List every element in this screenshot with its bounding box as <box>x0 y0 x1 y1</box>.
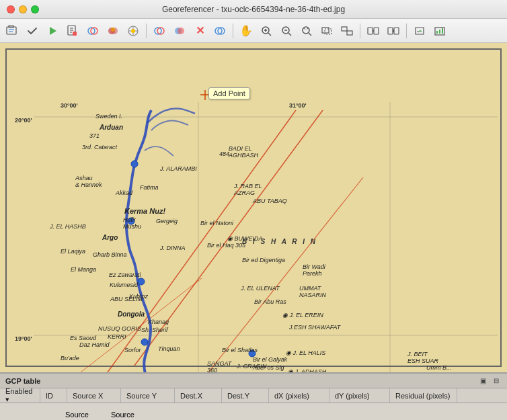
city-hafir: Hafir <box>123 216 136 223</box>
col-dx-header[interactable]: dX (pixels) <box>269 388 329 403</box>
label-birwadi: Bir Wadi <box>303 263 325 270</box>
close-button[interactable] <box>7 5 15 13</box>
city-sweeden: Sweden I. <box>95 113 122 120</box>
city-cataract: 3rd. Cataract <box>82 144 117 151</box>
open-raster-button[interactable] <box>3 22 22 40</box>
link-btn-2[interactable] <box>384 22 403 40</box>
zoom-fit-button[interactable] <box>297 22 316 40</box>
settings-btn-2[interactable] <box>104 22 122 40</box>
city-dazhamid: Daz Hamid <box>79 341 110 348</box>
separator-2 <box>233 24 233 38</box>
city-ashau: Ashau <box>75 175 93 181</box>
col-source-y-header[interactable]: Source Y <box>121 388 175 403</box>
label-sangat360: SANGAT <box>207 360 231 367</box>
gcp-table-title: GCP table <box>5 377 40 385</box>
city-kerma: Kerma Nuz! <box>124 207 165 215</box>
city-argo: Argo <box>102 234 118 241</box>
svg-point-30 <box>303 27 309 34</box>
pan-button[interactable]: ✋ <box>237 22 256 40</box>
label-abutabaq: ABU TABAQ <box>253 198 287 204</box>
city-shsherif: Sh. Sherif <box>141 327 168 333</box>
map-tool-btn-2[interactable] <box>170 22 189 40</box>
settings-btn-3[interactable] <box>124 22 143 40</box>
window-title: Georeferencer - txu-oclc-6654394-ne-36-4… <box>162 5 345 14</box>
table-column-headers: Enabled ▾ ID Source X Source Y Dest.X De… <box>0 388 507 403</box>
start-georef-button[interactable] <box>23 22 42 40</box>
map-view-btn[interactable] <box>210 22 229 40</box>
col-dy-header[interactable]: dY (pixels) <box>329 388 390 403</box>
label-birelnatoni: Bir el Natoni <box>200 220 233 226</box>
svg-rect-50 <box>439 30 440 34</box>
svg-marker-4 <box>50 27 56 35</box>
city-jeshshawafat: J.ESH SHAWAFAT <box>289 324 340 331</box>
map-cross-btn[interactable]: ✕ <box>190 22 209 40</box>
source-label-2: Source <box>111 411 157 419</box>
add-point-tooltip: Add Point <box>208 87 250 99</box>
svg-rect-41 <box>388 28 393 34</box>
label-badiagbash: BADI EL <box>229 145 252 152</box>
col-id-header: ID <box>40 388 67 403</box>
export-btn-1[interactable] <box>410 22 429 40</box>
gcp-pin-btn[interactable]: ⊟ <box>491 376 502 386</box>
export-btn-2[interactable] <box>430 22 449 40</box>
svg-point-14 <box>111 28 115 32</box>
col-enabled-header[interactable]: Enabled ▾ <box>0 388 40 403</box>
zoom-extra-button[interactable] <box>338 22 356 40</box>
label-jdinna: J. DINNA <box>160 245 186 251</box>
label-jalarambi: J. ALARAMBI <box>160 165 197 172</box>
city-ellaqiya: El Laqiya <box>61 248 85 255</box>
city-kubtoz: Kubtoz <box>129 293 148 300</box>
svg-rect-34 <box>322 28 329 33</box>
city-jelerein: ◉ J. EL EREIN <box>282 312 323 319</box>
label-ummb: Umm B... <box>426 364 452 371</box>
svg-point-62 <box>138 278 145 285</box>
city-khanag: Khanag <box>148 319 169 325</box>
col-residual-header[interactable]: Residual (pixels) <box>390 388 457 403</box>
city-ezzawarati: Ez Zawarati <box>109 271 141 278</box>
label-azrag: AZRAG <box>234 190 255 196</box>
svg-point-63 <box>141 339 148 345</box>
city-gharbinna: Gharb Binna <box>93 251 127 258</box>
city-kerri: KERRI <box>108 333 126 340</box>
svg-marker-46 <box>420 30 422 32</box>
svg-line-31 <box>309 33 311 36</box>
window-controls <box>7 5 39 13</box>
col-dest-y-header[interactable]: Dest.Y <box>222 388 269 403</box>
label-eshsuar: ESH SUAR <box>407 358 438 364</box>
svg-rect-37 <box>347 31 352 35</box>
enabled-dropdown[interactable]: Enabled ▾ <box>5 387 34 404</box>
city-dongola: Dongola <box>118 310 145 318</box>
minimize-button[interactable] <box>19 5 27 13</box>
maximize-button[interactable] <box>31 5 39 13</box>
svg-rect-42 <box>394 28 399 34</box>
map-container[interactable]: 30°00' 31°00' 20°00' 19°00' Add Point B <box>0 43 507 372</box>
label-birgalyak: Bir el Galyak <box>253 356 287 363</box>
label-biraburas: Bir Abu Ras <box>254 298 286 305</box>
svg-line-55 <box>208 177 363 372</box>
zoom-in-button[interactable] <box>257 22 276 40</box>
city-nusuq: NUSUQ GORIS <box>98 325 141 332</box>
svg-rect-36 <box>342 27 347 31</box>
col-dest-x-header[interactable]: Dest.X <box>175 388 222 403</box>
link-btn-1[interactable] <box>364 22 383 40</box>
run-button[interactable] <box>43 22 62 40</box>
zoom-out-button[interactable] <box>277 22 296 40</box>
separator-4 <box>406 24 407 38</box>
zoom-reset-button[interactable] <box>317 22 336 40</box>
settings-btn-1[interactable] <box>83 22 102 40</box>
svg-line-32 <box>304 28 305 30</box>
city-elmanga: El Manga <box>71 266 96 273</box>
label-jadhash: ◉ J. ADHASH <box>288 368 326 372</box>
svg-line-33 <box>307 28 308 30</box>
map-tool-btn-1[interactable] <box>150 22 169 40</box>
separator-1 <box>146 24 147 38</box>
label-jbeit: J. BEIT <box>407 351 428 358</box>
city-buade: Bu'ade <box>61 355 79 362</box>
col-source-x-header[interactable]: Source X <box>67 388 121 403</box>
label-sangatkul: SANGAT KULUF <box>218 371 264 372</box>
svg-rect-0 <box>7 27 16 34</box>
generate-pdf-button[interactable] <box>63 22 82 40</box>
city-hannek: & Hannek <box>75 181 102 188</box>
gcp-collapse-btn[interactable]: ▣ <box>477 376 488 386</box>
city-kulumesid: Kulumesid <box>110 282 138 288</box>
